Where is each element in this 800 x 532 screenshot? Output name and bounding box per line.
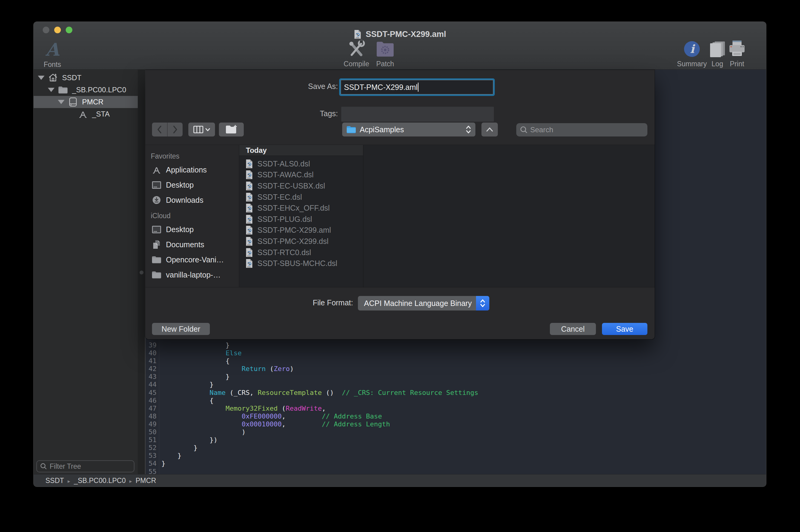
file-row[interactable]: DSLSSDT-SBUS-MCHC.dsl: [239, 258, 363, 269]
info-icon: i: [684, 39, 700, 59]
place-item-label: Downloads: [166, 196, 204, 205]
breadcrumb-segment[interactable]: PMCR: [136, 477, 156, 484]
document-icon: DSL: [245, 259, 253, 268]
toolbar-patch-button[interactable]: Patch: [372, 39, 398, 68]
search-field[interactable]: Search: [516, 123, 647, 136]
document-icon: DSL: [245, 192, 253, 202]
file-browser: FavoritesApplicationsDesktopDownloadsiCl…: [145, 145, 655, 287]
cancel-button[interactable]: Cancel: [550, 323, 596, 335]
location-value: AcpiSamples: [360, 125, 462, 134]
place-item-label: Opencore-Vani…: [166, 255, 224, 264]
place-item-applications[interactable]: Applications: [145, 162, 239, 177]
folder-icon: [58, 85, 69, 95]
file-row[interactable]: DSLSSDT-AWAC.dsl: [239, 169, 363, 180]
window-title: SSDT-PMC-X299.aml: [366, 30, 446, 39]
code-text[interactable]: } Else { Return (Zero) } } Name (_CRS, R…: [162, 341, 478, 476]
back-button[interactable]: [152, 122, 167, 136]
file-name: SSDT-AWAC.dsl: [257, 170, 314, 179]
section-title: Favorites: [151, 152, 239, 160]
text-caret: [418, 82, 418, 92]
toolbar-summary-button[interactable]: i Summary: [674, 39, 709, 68]
divider-handle[interactable]: [139, 270, 144, 274]
svg-text:DSL: DSL: [247, 177, 251, 179]
breadcrumb: SSDT▸_SB.PC00.LPC0▸PMCR: [45, 477, 156, 485]
new-folder-toolbar-button[interactable]: [219, 122, 244, 136]
file-row[interactable]: DSLSSDT-PLUG.dsl: [239, 214, 363, 225]
file-name: SSDT-EC.dsl: [257, 193, 302, 202]
documents-icon: [151, 240, 162, 249]
place-item-label: Desktop: [166, 225, 194, 234]
forward-button[interactable]: [167, 122, 183, 136]
acpi-tree: SSDT_SB.PC00.LPC0PMCR_STA: [34, 72, 138, 120]
line-number-gutter: 39 40 41 42 43 44 45 46 47 48 49 50 51 5…: [146, 341, 156, 476]
file-row[interactable]: DSLSSDT-PMC-X299.dsl: [239, 236, 363, 247]
tree-item-ssdt[interactable]: SSDT: [34, 72, 138, 84]
toolbar-print-button[interactable]: Print: [726, 39, 748, 68]
tree-item-_sta[interactable]: _STA: [34, 108, 138, 120]
tags-input[interactable]: [341, 107, 494, 122]
breadcrumb-segment[interactable]: _SB.PC00.LPC0: [74, 477, 126, 484]
disclosure-triangle-icon[interactable]: [58, 100, 64, 104]
file-row[interactable]: DSLSSDT-EC-USBX.dsl: [239, 180, 363, 192]
file-format-label: File Format:: [280, 298, 353, 307]
location-popup[interactable]: AcpiSamples: [342, 122, 476, 136]
desktop-icon: [151, 180, 162, 190]
file-row[interactable]: DSLSSDT-RTC0.dsl: [239, 247, 363, 258]
file-list: DSLSSDT-ALS0.dslDSLSSDT-AWAC.dslDSLSSDT-…: [239, 156, 363, 269]
aframe-icon: [151, 165, 162, 175]
file-row[interactable]: DSLSSDT-EHCx_OFF.dsl: [239, 203, 363, 214]
section-title: iCloud: [151, 212, 239, 220]
new-folder-button[interactable]: New Folder: [152, 323, 210, 335]
document-icon: DSL: [245, 214, 253, 224]
printer-icon: [728, 39, 746, 59]
tree-item-pmcr[interactable]: PMCR: [34, 96, 138, 108]
file-row[interactable]: DSLSSDT-ALS0.dsl: [239, 158, 363, 169]
view-mode-button[interactable]: [188, 122, 215, 136]
filter-tree-field[interactable]: Filter Tree: [36, 460, 134, 472]
split-divider[interactable]: [138, 70, 145, 474]
disclosure-triangle-icon[interactable]: [48, 88, 55, 92]
file-row[interactable]: AMLSSDT-PMC-X299.aml: [239, 225, 363, 236]
place-item-desktop[interactable]: Desktop: [145, 222, 239, 237]
place-item-vanilla-laptop-[interactable]: vanilla-laptop-…: [145, 267, 239, 282]
file-format-popup[interactable]: ACPI Machine Language Binary: [358, 296, 489, 310]
file-row[interactable]: DSLSSDT-EC.dsl: [239, 192, 363, 203]
save-as-input[interactable]: SSDT-PMC-X299.aml: [341, 80, 493, 94]
place-item-label: vanilla-laptop-…: [166, 270, 221, 279]
svg-text:DSL: DSL: [247, 200, 251, 202]
file-name: SSDT-RTC0.dsl: [257, 248, 311, 257]
toolbar-log-button[interactable]: Log: [708, 39, 727, 68]
svg-text:DSL: DSL: [247, 210, 251, 212]
document-icon: AML: [354, 30, 361, 39]
desktop-icon: [151, 225, 162, 234]
folder-icon: [151, 255, 162, 265]
svg-text:AML: AML: [355, 37, 360, 39]
tree-item-label: SSDT: [62, 74, 81, 82]
save-as-value: SSDT-PMC-X299.aml: [344, 83, 417, 92]
up-directory-button[interactable]: [481, 122, 498, 136]
navigator-sidebar: SSDT_SB.PC00.LPC0PMCR_STA Filter Tree: [34, 70, 138, 474]
toolbar-fonts-button[interactable]: A Fonts: [38, 40, 67, 69]
home-icon: [48, 73, 58, 83]
tags-label: Tags:: [266, 109, 338, 118]
svg-text:AML: AML: [247, 232, 251, 234]
place-item-documents[interactable]: Documents: [145, 237, 239, 252]
file-group-header: Today: [239, 145, 363, 156]
place-item-desktop[interactable]: Desktop: [145, 177, 239, 192]
title-bar: AML SSDT-PMC-X299.aml A Fonts Compile: [34, 22, 766, 70]
file-format-value: ACPI Machine Language Binary: [358, 299, 476, 308]
tree-item-_sb.pc00.lpc0[interactable]: _SB.PC00.LPC0: [34, 84, 138, 96]
place-item-label: Documents: [166, 240, 204, 249]
svg-text:DSL: DSL: [247, 244, 251, 246]
breadcrumb-separator: ▸: [68, 478, 70, 484]
disclosure-triangle-icon[interactable]: [38, 76, 44, 80]
breadcrumb-segment[interactable]: SSDT: [45, 477, 64, 484]
place-item-opencore-vani-[interactable]: Opencore-Vani…: [145, 252, 239, 267]
save-button[interactable]: Save: [602, 323, 647, 335]
search-icon: [40, 463, 47, 470]
toolbar-compile-button[interactable]: Compile: [339, 39, 373, 68]
place-item-downloads[interactable]: Downloads: [145, 192, 239, 208]
status-bar: SSDT▸_SB.PC00.LPC0▸PMCR: [34, 474, 766, 487]
folder-blue-icon: [347, 126, 356, 133]
document-icon: DSL: [245, 181, 253, 191]
